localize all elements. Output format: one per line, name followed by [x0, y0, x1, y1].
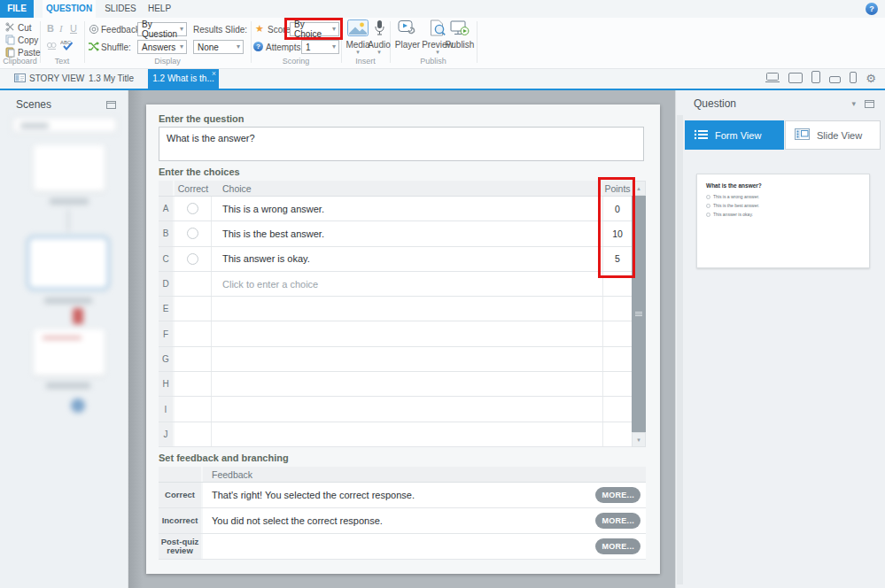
choice-points-cell[interactable] — [603, 347, 632, 371]
choice-points-cell[interactable] — [603, 397, 632, 421]
scroll-up-button[interactable]: ▲ — [632, 181, 646, 196]
underline-button[interactable]: U — [70, 22, 77, 34]
tab-question[interactable]: QUESTION — [43, 0, 96, 18]
choice-text-cell[interactable] — [212, 347, 603, 371]
gear-icon[interactable]: ⚙ — [866, 73, 876, 85]
radio-button-icon[interactable] — [187, 203, 198, 214]
character-tool-icon[interactable] — [46, 40, 57, 51]
more-button[interactable]: MORE... — [595, 487, 640, 503]
choice-correct-cell[interactable] — [175, 372, 212, 396]
choice-correct-cell[interactable] — [175, 347, 212, 371]
choices-table: Correct Choice Points A This is a wrong … — [159, 181, 646, 447]
feedback-text-cell[interactable]: You did not select the correct response.… — [203, 508, 646, 533]
collapse-panel-icon[interactable] — [865, 100, 874, 108]
publish-button[interactable]: Publish — [445, 19, 475, 50]
choice-points-cell[interactable] — [603, 321, 632, 345]
feedback-text-cell[interactable]: MORE... — [203, 534, 646, 559]
choice-text-cell[interactable]: This is the best answer. — [212, 221, 603, 245]
copy-button[interactable]: Copy — [5, 35, 38, 46]
slide-view-button[interactable]: Slide View — [785, 120, 881, 150]
shuffle-dropdown[interactable]: Answers▾ — [137, 40, 187, 54]
phone-portrait-icon[interactable] — [850, 71, 857, 87]
help-icon[interactable]: ? — [866, 3, 878, 15]
tab-slides[interactable]: SLIDES — [101, 0, 140, 18]
preview-option: This is the best answer. — [706, 203, 759, 208]
choice-text-cell[interactable] — [212, 422, 603, 446]
scenes-panel: Scenes — [0, 90, 128, 588]
feedback-text-cell[interactable]: That's right! You selected the correct r… — [203, 483, 646, 507]
scroll-down-button[interactable]: ▼ — [632, 432, 646, 447]
choice-correct-cell[interactable] — [175, 272, 212, 296]
spellcheck-icon[interactable]: ABC — [60, 39, 73, 50]
choice-correct-cell[interactable] — [175, 221, 212, 245]
question-form-card: Enter the question What is the answer? E… — [146, 104, 660, 574]
feedback-dropdown[interactable]: By Question▾ — [137, 22, 187, 36]
tab-story-view[interactable]: STORY VIEW — [14, 69, 84, 89]
tab-active-slide[interactable]: 1.2 What is th... × — [148, 69, 219, 89]
points-column-header: Points — [603, 183, 632, 194]
scene-selector[interactable] — [12, 117, 117, 133]
scoring-group-label: Scoring — [251, 57, 341, 66]
phone-landscape-icon[interactable] — [829, 71, 841, 87]
question-text-input[interactable]: What is the answer? — [159, 127, 644, 161]
choice-text-cell[interactable] — [212, 297, 603, 321]
choice-text-cell[interactable]: Click to enter a choice — [212, 272, 603, 296]
chevron-down-icon: ▾ — [368, 50, 391, 55]
choice-text-cell[interactable]: This is a wrong answer. — [212, 197, 603, 220]
choice-correct-cell[interactable] — [175, 422, 212, 446]
feedback-label: Feedback: — [101, 25, 143, 35]
slide-thumbnail[interactable] — [34, 145, 105, 191]
choice-text-cell[interactable] — [212, 321, 603, 345]
choice-points-cell[interactable]: 10 — [603, 221, 632, 245]
panel-menu-caret-icon[interactable]: ▾ — [851, 99, 856, 108]
tablet-landscape-icon[interactable] — [788, 71, 803, 87]
choice-correct-cell[interactable] — [175, 321, 212, 345]
tablet-portrait-icon[interactable] — [811, 71, 820, 87]
cut-button[interactable]: Cut — [5, 22, 32, 34]
form-view-button[interactable]: Form View — [685, 120, 784, 150]
panel-scrollbar[interactable] — [677, 115, 683, 584]
choice-points-cell[interactable]: 0 — [603, 197, 632, 220]
audio-button[interactable]: Audio ▾ — [368, 19, 391, 55]
tab-my-title[interactable]: 1.3 My Title — [89, 69, 134, 89]
choice-points-cell[interactable] — [603, 422, 632, 446]
more-button[interactable]: MORE... — [595, 538, 640, 554]
feedback-table: Feedback Correct That's right! You selec… — [159, 467, 646, 560]
slide-thumbnail-selected[interactable] — [27, 236, 110, 290]
close-icon[interactable]: × — [212, 69, 216, 78]
form-editor-area: Enter the question What is the answer? E… — [128, 90, 675, 588]
radio-button-icon[interactable] — [187, 253, 198, 265]
choice-points-cell[interactable]: 5 — [603, 247, 632, 271]
choice-text-cell[interactable]: This answer is okay. — [212, 247, 603, 271]
display-group-label: Display — [84, 57, 251, 66]
choice-points-cell[interactable] — [603, 372, 632, 396]
choice-correct-cell[interactable] — [175, 397, 212, 421]
scenes-title: Scenes — [16, 98, 51, 111]
player-icon — [398, 28, 417, 38]
choice-correct-cell[interactable] — [175, 247, 212, 271]
scrollbar-thumb[interactable] — [632, 196, 646, 432]
choice-points-cell[interactable] — [603, 272, 632, 296]
desktop-icon[interactable] — [765, 71, 780, 87]
slide-preview-thumbnail[interactable]: What is the answer? This is a wrong answ… — [696, 174, 870, 268]
choice-points-cell[interactable] — [603, 297, 632, 321]
choice-text-cell[interactable] — [212, 397, 603, 421]
score-dropdown[interactable]: By Choice▾ — [290, 22, 339, 36]
player-button[interactable]: Player — [393, 19, 422, 50]
tab-file[interactable]: FILE — [0, 0, 34, 18]
bold-button[interactable]: B — [47, 22, 54, 34]
choice-letter: F — [159, 321, 175, 345]
results-slide-label: Results Slide: — [193, 25, 247, 35]
choice-correct-cell[interactable] — [175, 297, 212, 321]
tab-help[interactable]: HELP — [144, 0, 175, 18]
choice-correct-cell[interactable] — [175, 197, 212, 220]
radio-button-icon[interactable] — [187, 228, 198, 239]
italic-button[interactable]: I — [59, 22, 63, 34]
results-slide-dropdown[interactable]: None▾ — [193, 40, 244, 54]
ribbon-tab-bar: FILE QUESTION SLIDES HELP ? — [0, 0, 885, 18]
slide-thumbnail[interactable] — [34, 329, 105, 375]
attempts-spinner[interactable]: 1▾ — [301, 40, 339, 54]
choice-text-cell[interactable] — [212, 372, 603, 396]
collapse-panel-icon[interactable] — [106, 101, 116, 109]
more-button[interactable]: MORE... — [595, 513, 640, 529]
